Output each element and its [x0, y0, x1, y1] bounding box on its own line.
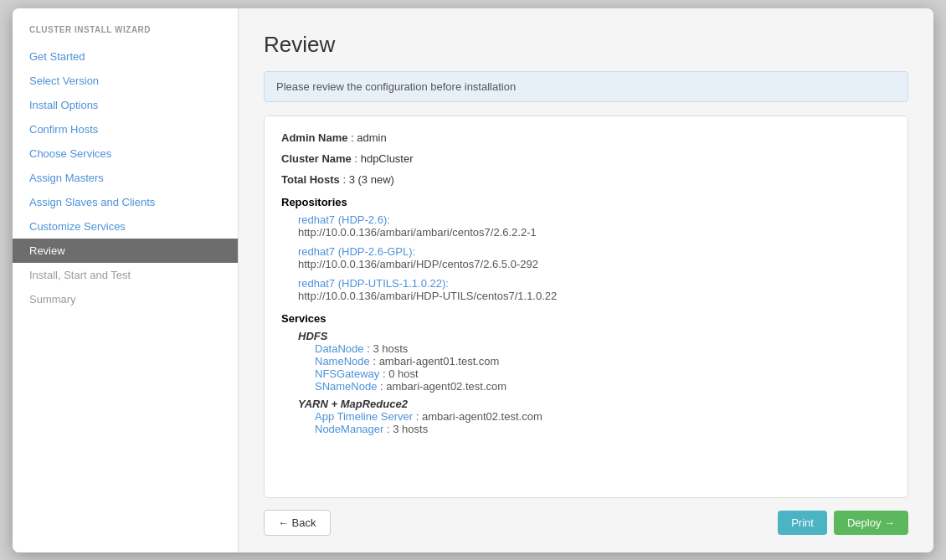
sidebar-item-choose-services[interactable]: Choose Services [13, 141, 238, 166]
footer-right: Print Deploy → [778, 511, 908, 535]
deploy-button[interactable]: Deploy → [834, 511, 908, 535]
total-hosts-row: Total Hosts : 3 (3 new) [281, 173, 891, 186]
repos-title: Repositories [281, 196, 891, 208]
footer: ← Back Print Deploy → [264, 498, 908, 536]
services-title: Services [281, 312, 891, 325]
service-item-nfsgateway: NFSGateway : 0 host [315, 367, 891, 380]
service-item-namenode: NameNode : ambari-agent01.test.com [315, 355, 891, 367]
sidebar-item-install-options[interactable]: Install Options [13, 93, 238, 117]
sidebar-item-install-start-test: Install, Start and Test [13, 263, 238, 287]
sidebar-item-select-version[interactable]: Select Version [13, 69, 238, 93]
cluster-name-row: Cluster Name : hdpCluster [281, 152, 891, 165]
print-button[interactable]: Print [778, 511, 827, 535]
service-item-datanode: DataNode : 3 hosts [315, 342, 891, 355]
service-item-snamenode: SNameNode : ambari-agent02.test.com [315, 380, 891, 393]
sidebar: CLUSTER INSTALL WIZARD Get Started Selec… [13, 8, 239, 552]
main-content: Review Please review the configuration b… [239, 8, 933, 552]
admin-name-row: Admin Name : admin [281, 131, 891, 144]
service-item-nodemanager: NodeManager : 3 hosts [315, 423, 891, 435]
sidebar-item-customize-services[interactable]: Customize Services [13, 214, 238, 239]
sidebar-item-confirm-hosts[interactable]: Confirm Hosts [13, 117, 238, 141]
service-group-hdfs: HDFS DataNode : 3 hosts NameNode : ambar… [298, 330, 891, 393]
service-item-app-timeline: App Timeline Server : ambari-agent02.tes… [315, 410, 891, 423]
sidebar-item-assign-masters[interactable]: Assign Masters [13, 166, 238, 190]
repo-entry-0: redhat7 (HDP-2.6): http://10.0.0.136/amb… [298, 213, 891, 239]
page-title: Review [264, 32, 908, 58]
review-card: Admin Name : admin Cluster Name : hdpClu… [264, 116, 908, 498]
service-group-yarn: YARN + MapReduce2 App Timeline Server : … [298, 398, 891, 435]
sidebar-item-review[interactable]: Review [13, 239, 238, 263]
info-banner: Please review the configuration before i… [264, 71, 908, 102]
repo-entry-1: redhat7 (HDP-2.6-GPL): http://10.0.0.136… [298, 245, 891, 270]
sidebar-item-get-started[interactable]: Get Started [13, 44, 238, 69]
repo-entry-2: redhat7 (HDP-UTILS-1.1.0.22): http://10.… [298, 277, 891, 302]
sidebar-item-summary: Summary [13, 287, 238, 311]
sidebar-item-assign-slaves[interactable]: Assign Slaves and Clients [13, 190, 238, 214]
wizard-title: CLUSTER INSTALL WIZARD [13, 25, 238, 44]
back-button[interactable]: ← Back [264, 510, 331, 536]
